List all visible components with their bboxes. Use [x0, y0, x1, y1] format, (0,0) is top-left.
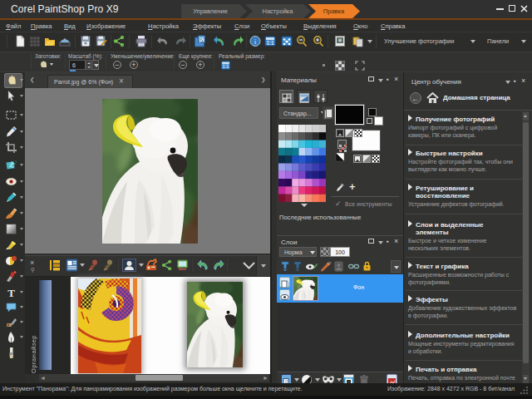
svg-text:T: T — [7, 287, 15, 299]
svg-text:1:1: 1:1 — [223, 64, 229, 69]
svg-text:1:1: 1:1 — [266, 40, 273, 46]
